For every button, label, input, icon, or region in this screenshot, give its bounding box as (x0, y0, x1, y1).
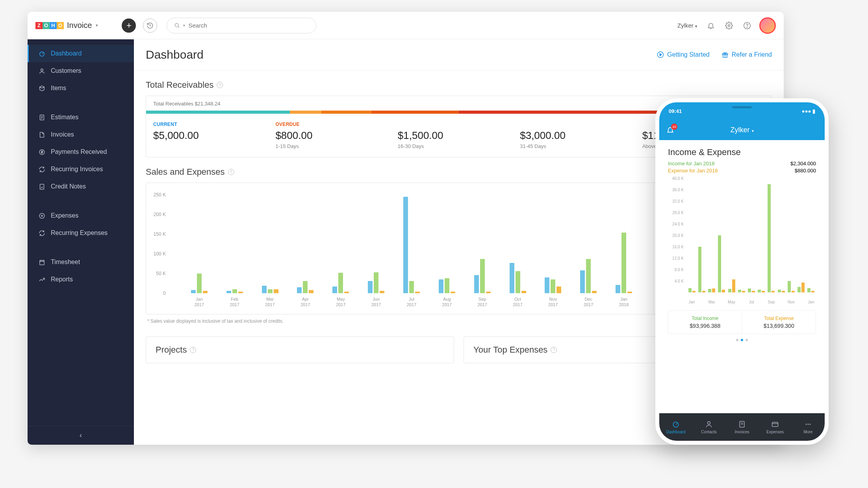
expense-month-value: $880.000 (795, 168, 816, 174)
svg-point-23 (810, 423, 811, 425)
sidebar-item-items[interactable]: Items (28, 79, 134, 97)
receivables-summary-label: Total Receivables (153, 101, 193, 107)
topbar: ZOHO Invoice ▾ + ▾ Zylker ▾ (28, 12, 784, 39)
sidebar-item-label: Dashboard (51, 50, 82, 57)
sidebar-item-expenses[interactable]: Expenses (28, 207, 134, 224)
svg-point-22 (808, 423, 809, 425)
sidebar-item-dashboard[interactable]: Dashboard (28, 45, 134, 62)
income-month-value: $2,304.000 (790, 161, 816, 166)
phone-header: 10 Zylker ▾ (659, 120, 825, 140)
svg-point-6 (41, 68, 43, 71)
svg-point-21 (806, 423, 807, 425)
income-expense-chart: 4.0 K8.0 K12.0 K16.0 K20.0 K24.0 K28.0 K… (668, 178, 816, 304)
receivables-bucket: $3,000.0031-45 Days (520, 122, 642, 149)
reports-icon (38, 276, 45, 283)
sidebar-item-customers[interactable]: Customers (28, 62, 134, 79)
sidebar-item-label: Expenses (51, 212, 78, 219)
phone-clock: 09:41 (669, 108, 682, 114)
invoices-icon (38, 131, 45, 138)
svg-point-0 (175, 24, 179, 27)
phone-org-switcher[interactable]: Zylker ▾ (730, 126, 753, 134)
total-income-label: Total Income (671, 316, 740, 321)
sidebar-item-label: Reports (51, 276, 73, 283)
svg-line-1 (178, 26, 180, 28)
dashboard-icon (672, 420, 680, 428)
recurring-expenses-icon (38, 229, 45, 237)
mobile-app-preview: 09:41 ●●● ▮ 10 Zylker ▾ Income & Expense… (655, 98, 829, 445)
credit-notes-icon (38, 183, 45, 190)
notification-badge: 10 (671, 124, 677, 130)
avatar[interactable] (759, 17, 776, 34)
info-icon[interactable]: ? (190, 347, 196, 353)
projects-card: Projects ? (146, 336, 454, 363)
expenses-icon (771, 420, 779, 428)
estimates-icon (38, 114, 45, 121)
income-expense-title: Income & Expense (668, 147, 816, 157)
top-expenses-title: Your Top Expenses (473, 345, 547, 355)
search-input[interactable]: ▾ (167, 18, 316, 33)
income-expense-summary: Total Income $93,996.388 Total Expense $… (668, 311, 816, 334)
receivables-bucket: CURRENT$5,000.00 (153, 122, 275, 149)
dashboard-icon (38, 50, 45, 57)
phone-tab-dashboard[interactable]: Dashboard (659, 413, 692, 441)
svg-rect-11 (39, 260, 44, 264)
receivables-title: Total Receivables ? (134, 70, 784, 96)
settings-button[interactable] (723, 20, 735, 31)
total-expense-value: $13,699.300 (745, 323, 814, 329)
search-icon (174, 22, 180, 28)
sidebar-collapse-button[interactable] (28, 426, 134, 445)
help-button[interactable] (741, 20, 753, 31)
sidebar-item-label: Timesheet (51, 259, 80, 266)
info-icon[interactable]: ? (228, 169, 234, 175)
add-button[interactable]: + (122, 18, 136, 33)
svg-point-2 (728, 24, 730, 26)
info-icon[interactable]: ? (551, 347, 557, 353)
phone-tab-more[interactable]: More (792, 413, 825, 441)
refer-friend-link[interactable]: Refer a Friend (721, 51, 772, 58)
sidebar-item-reports[interactable]: Reports (28, 271, 134, 288)
svg-point-4 (747, 27, 747, 27)
phone-tab-contacts[interactable]: Contacts (692, 413, 725, 441)
sidebar-item-recurring-invoices[interactable]: Recurring Invoices (28, 161, 134, 178)
play-icon (657, 51, 664, 58)
sidebar-item-recurring-expenses[interactable]: Recurring Expenses (28, 224, 134, 242)
phone-tabbar: DashboardContactsInvoicesExpensesMore (659, 413, 825, 441)
sidebar-item-payments[interactable]: Payments Received (28, 143, 134, 161)
receivables-bucket: $1,500.0016-30 Days (398, 122, 520, 149)
sales-chart: 050 K100 K150 K200 K250 K Jan2017Feb2017… (146, 183, 653, 314)
phone-tab-invoices[interactable]: Invoices (725, 413, 759, 441)
sidebar-item-invoices[interactable]: Invoices (28, 126, 134, 143)
search-caret-icon: ▾ (183, 23, 185, 28)
sidebar-item-estimates[interactable]: Estimates (28, 109, 134, 126)
expense-month-label: Expense for Jan 2018 (668, 168, 718, 174)
sidebar-item-label: Credit Notes (51, 183, 86, 190)
sidebar-item-timesheet[interactable]: Timesheet (28, 253, 134, 271)
svg-marker-13 (660, 54, 662, 56)
org-switcher[interactable]: Zylker ▾ (677, 22, 697, 29)
history-button[interactable] (143, 18, 157, 33)
sidebar-item-credit-notes[interactable]: Credit Notes (28, 178, 134, 195)
sidebar-item-label: Invoices (51, 131, 74, 138)
sidebar: DashboardCustomersItemsEstimatesInvoices… (28, 39, 134, 445)
receivables-bucket: OVERDUE$800.001-15 Days (275, 122, 397, 149)
info-icon[interactable]: ? (217, 82, 223, 88)
sidebar-item-label: Recurring Invoices (51, 166, 103, 173)
customers-icon (38, 67, 45, 74)
svg-point-18 (708, 421, 710, 424)
items-icon (38, 85, 45, 92)
income-month-label: Income for Jan 2018 (668, 161, 715, 166)
expenses-icon (38, 212, 45, 219)
sidebar-item-label: Payments Received (51, 148, 107, 155)
phone-tab-expenses[interactable]: Expenses (759, 413, 792, 441)
getting-started-link[interactable]: Getting Started (657, 51, 710, 58)
sidebar-item-label: Items (51, 85, 66, 92)
phone-notifications-button[interactable]: 10 (666, 126, 674, 134)
chevron-down-icon: ▾ (695, 24, 697, 28)
notifications-button[interactable] (705, 20, 717, 31)
sidebar-item-label: Estimates (51, 114, 78, 121)
search-field[interactable] (188, 22, 309, 29)
page-header: Dashboard Getting Started Refer a Friend (134, 39, 784, 70)
gift-icon (721, 51, 729, 58)
app-logo[interactable]: ZOHO Invoice ▾ (35, 21, 98, 30)
total-income-value: $93,996.388 (671, 323, 740, 329)
